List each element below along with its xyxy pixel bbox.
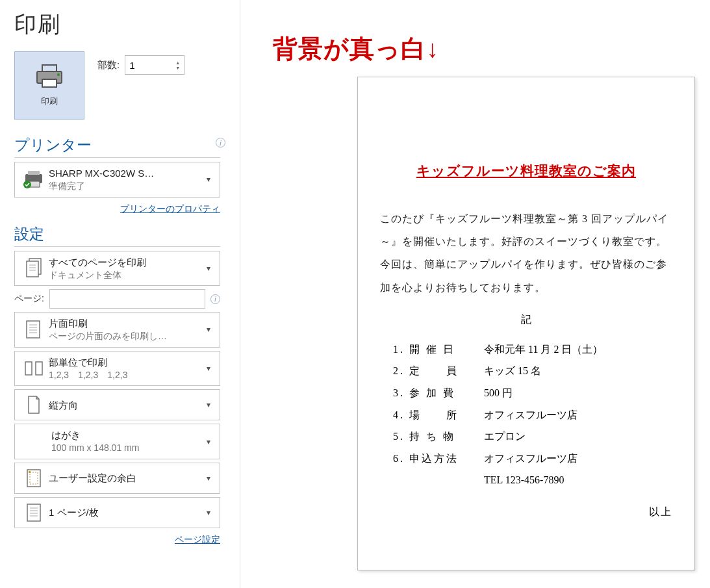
chevron-down-icon: ▾ bbox=[203, 264, 214, 273]
svg-rect-19 bbox=[36, 362, 42, 375]
info-icon[interactable]: i bbox=[210, 294, 220, 304]
svg-rect-9 bbox=[27, 261, 38, 277]
chevron-down-icon: ▾ bbox=[203, 325, 214, 334]
pages-per-sheet-selector[interactable]: 1 ページ/枚 ▾ bbox=[14, 497, 220, 528]
printer-properties-link[interactable]: プリンターのプロパティ bbox=[120, 203, 220, 214]
print-preview-page: キッズフルーツ料理教室のご案内 このたび『キッズフルーツ料理教室～第 3 回アッ… bbox=[357, 77, 695, 570]
document-list-row: 1. 開 催 日令和元年 11 月 2 日（土） bbox=[393, 339, 672, 361]
chevron-down-icon: ▾ bbox=[203, 364, 214, 373]
copies-input[interactable]: 1 ▲▼ bbox=[125, 55, 184, 75]
print-range-selector[interactable]: すべてのページを印刷 ドキュメント全体 ▾ bbox=[14, 251, 220, 287]
pages-input[interactable] bbox=[49, 289, 205, 309]
svg-rect-18 bbox=[25, 362, 32, 375]
orientation-selector[interactable]: 縦方向 ▾ bbox=[14, 389, 220, 420]
chevron-down-icon: ▾ bbox=[203, 400, 214, 409]
annotation-text: 背景が真っ白↓ bbox=[273, 32, 439, 66]
svg-rect-5 bbox=[28, 171, 40, 175]
svg-rect-23 bbox=[27, 504, 40, 521]
svg-rect-2 bbox=[42, 79, 57, 87]
chevron-down-icon: ▾ bbox=[203, 508, 214, 517]
settings-section-heading: 設定 bbox=[14, 224, 220, 247]
printer-selector[interactable]: SHARP MX-C302W S… 準備完了 ▾ bbox=[14, 162, 220, 198]
svg-rect-22 bbox=[29, 471, 31, 473]
print-button[interactable]: 印刷 bbox=[14, 51, 84, 120]
pages-icon bbox=[19, 257, 49, 279]
margins-icon bbox=[19, 467, 49, 489]
document-ki: 記 bbox=[380, 313, 672, 327]
duplex-selector[interactable]: 片面印刷 ページの片面のみを印刷し… ▾ bbox=[14, 312, 220, 348]
document-tel: TEL 123-456-7890 bbox=[380, 469, 672, 491]
printer-icon bbox=[33, 64, 66, 92]
copies-label: 部数: bbox=[97, 59, 120, 71]
spinner-icon[interactable]: ▲▼ bbox=[175, 60, 180, 70]
svg-rect-13 bbox=[27, 321, 40, 338]
svg-rect-0 bbox=[42, 65, 57, 71]
chevron-down-icon: ▾ bbox=[203, 437, 214, 446]
printer-ready-icon bbox=[19, 170, 49, 189]
info-icon[interactable]: i bbox=[216, 138, 225, 147]
pages-label: ページ: bbox=[14, 293, 44, 305]
single-side-icon bbox=[19, 318, 49, 340]
print-button-label: 印刷 bbox=[41, 96, 58, 107]
document-list-row: 2. 定 員キッズ 15 名 bbox=[393, 360, 672, 382]
printer-status: 準備完了 bbox=[49, 180, 203, 193]
page-title: 印刷 bbox=[14, 10, 220, 40]
printer-section-heading: プリンター i bbox=[14, 135, 220, 158]
paper-selector[interactable]: はがき 100 mm x 148.01 mm ▾ bbox=[14, 424, 220, 459]
chevron-down-icon: ▾ bbox=[203, 474, 214, 483]
chevron-down-icon: ▾ bbox=[203, 175, 214, 184]
document-list-row: 4. 場 所オフィスフルーツ店 bbox=[393, 404, 672, 426]
document-body: このたび『キッズフルーツ料理教室～第 3 回アップルパイ～』を開催いたします。好… bbox=[380, 207, 672, 299]
document-title: キッズフルーツ料理教室のご案内 bbox=[380, 162, 672, 180]
collation-icon bbox=[19, 359, 49, 377]
document-list-row: 3. 参 加 費500 円 bbox=[393, 382, 672, 404]
portrait-icon bbox=[19, 394, 49, 416]
margins-selector[interactable]: ユーザー設定の余白 ▾ bbox=[14, 463, 220, 494]
svg-point-3 bbox=[57, 73, 60, 76]
document-ijou: 以上 bbox=[380, 505, 672, 519]
document-list: 1. 開 催 日令和元年 11 月 2 日（土）2. 定 員キッズ 15 名3.… bbox=[380, 339, 672, 470]
copies-value: 1 bbox=[129, 60, 134, 71]
page-per-sheet-icon bbox=[19, 502, 49, 524]
collation-selector[interactable]: 部単位で印刷 1,2,3 1,2,3 1,2,3 ▾ bbox=[14, 351, 220, 387]
page-setup-link[interactable]: ページ設定 bbox=[175, 534, 220, 544]
document-list-row: 5. 持 ち 物エプロン bbox=[393, 426, 672, 448]
document-list-row: 6. 申込方法オフィスフルーツ店 bbox=[393, 448, 672, 470]
printer-name: SHARP MX-C302W S… bbox=[49, 166, 203, 180]
